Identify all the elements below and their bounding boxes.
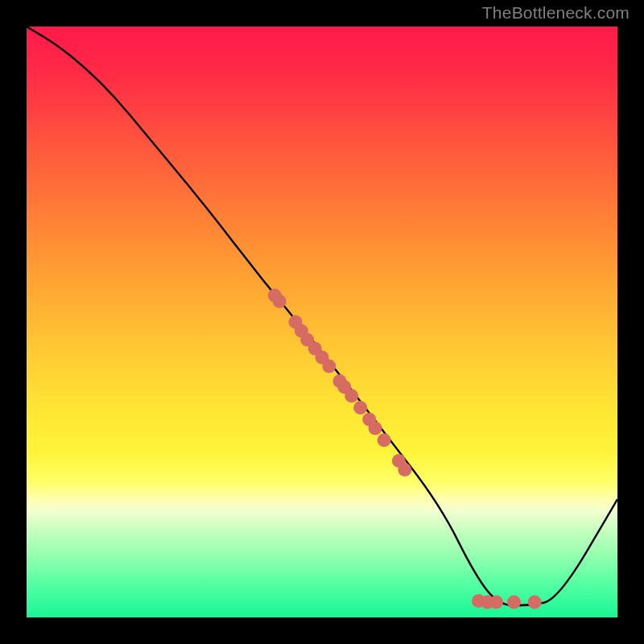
data-point — [273, 295, 287, 308]
data-point — [369, 422, 382, 436]
data-point — [345, 389, 358, 402]
data-point — [489, 595, 503, 609]
data-point — [528, 595, 542, 609]
data-point — [507, 595, 521, 609]
attribution-text: TheBottleneck.com — [482, 3, 630, 23]
curve-path — [27, 27, 617, 605]
plot-area — [27, 27, 617, 617]
points-group — [268, 289, 542, 609]
data-point — [322, 360, 336, 374]
data-point — [398, 463, 411, 477]
chart-container: TheBottleneck.com — [0, 0, 644, 644]
chart-svg — [27, 27, 617, 617]
data-point — [378, 433, 391, 447]
data-point — [353, 401, 367, 415]
